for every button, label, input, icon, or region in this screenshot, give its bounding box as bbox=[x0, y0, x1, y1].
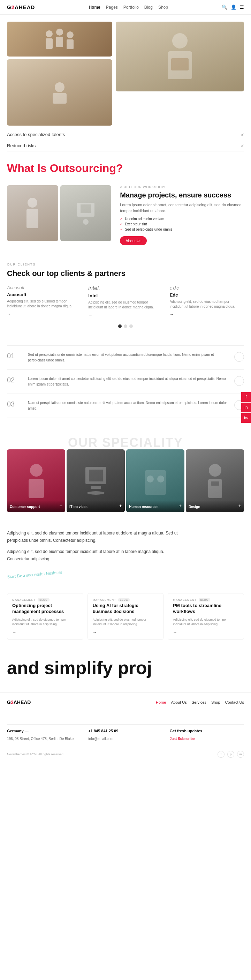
outsourcing-highlight: Outsourcing bbox=[50, 162, 116, 175]
footer-address-label: Germany — bbox=[7, 728, 81, 734]
card-plus-2[interactable]: + bbox=[119, 503, 122, 509]
svg-point-4 bbox=[67, 32, 73, 38]
card-it-services: IT services + bbox=[67, 449, 125, 512]
number-text-1: Sed ut perspiciatis unde omnis iste natu… bbox=[28, 352, 227, 363]
hero-features: Access to specialized talents ↙ Reduced … bbox=[0, 126, 251, 151]
client-arrow-accusoft[interactable]: → bbox=[7, 312, 81, 317]
card-label-3: Human resources + bbox=[126, 500, 184, 512]
menu-icon[interactable]: ☰ bbox=[240, 5, 244, 10]
feature-talents-label: Access to specialized talents bbox=[7, 132, 65, 137]
search-icon[interactable]: 🔍 bbox=[222, 5, 227, 10]
outsourcing-heading: What Is Outsourcing? bbox=[7, 162, 244, 175]
sidebar-btn-3[interactable]: tw bbox=[241, 413, 251, 423]
footer-newsletter-col: Get fresh updates Just Subscribe bbox=[170, 728, 244, 742]
client-name-intel: Intel bbox=[88, 293, 162, 298]
card-plus-3[interactable]: + bbox=[179, 503, 182, 509]
clients-section: OUR CLIENTS Check our top clients & part… bbox=[0, 252, 251, 335]
sidebar-icon-2: in bbox=[245, 405, 248, 410]
footer-phone: +1 845 841 25 09 bbox=[88, 728, 162, 734]
svg-rect-7 bbox=[52, 93, 67, 103]
manage-label: ABOUT OUR WORKSHOPS bbox=[120, 185, 244, 189]
footer-nav-about[interactable]: About Us bbox=[171, 700, 186, 705]
sidebar-icon-3: tw bbox=[244, 415, 248, 420]
client-intel: intel. Intel Adipiscing elit, sed do eiu… bbox=[88, 285, 162, 318]
footer-nav-home[interactable]: Home bbox=[156, 700, 166, 705]
pagination-dot-1[interactable] bbox=[118, 325, 122, 328]
card-plus-4[interactable]: + bbox=[238, 503, 241, 509]
mgmt-desc-3: Adipiscing elit, sed do eiusmod tempor i… bbox=[173, 617, 239, 627]
logo[interactable]: G2AHEAD bbox=[7, 4, 35, 10]
nav-portfolio[interactable]: Portfolio bbox=[123, 5, 139, 10]
footer-nav-shop[interactable]: Shop bbox=[211, 700, 220, 705]
svg-rect-15 bbox=[81, 204, 91, 213]
footer-address: 196, 08 Street, Office 478, Berlin, De B… bbox=[7, 736, 81, 742]
svg-point-11 bbox=[27, 198, 37, 208]
hero-section bbox=[0, 15, 251, 126]
speciality-grid: Customer support + IT services + bbox=[0, 432, 251, 512]
nav-home[interactable]: Home bbox=[89, 5, 100, 10]
client-edc: edc Edc Adipiscing elit, sed do eiusmod … bbox=[170, 285, 244, 318]
client-arrow-edc[interactable]: → bbox=[170, 312, 244, 317]
svg-point-16 bbox=[30, 464, 43, 477]
footer-newsletter-cta[interactable]: Just Subscribe bbox=[170, 737, 195, 741]
footer-newsletter-label: Get fresh updates bbox=[170, 728, 244, 734]
nav-pages[interactable]: Pages bbox=[106, 5, 118, 10]
footer-nav-contact[interactable]: Contact Us bbox=[225, 700, 244, 705]
feature-talents-arrow: ↙ bbox=[241, 132, 244, 137]
nav-blog[interactable]: Blog bbox=[145, 5, 153, 10]
sidebar-btn-1[interactable]: f bbox=[241, 392, 251, 402]
nav-shop[interactable]: Shop bbox=[158, 5, 168, 10]
manage-img-person bbox=[7, 185, 58, 241]
client-desc-accusoft: Adipiscing elit, sed do eiusmod tempor i… bbox=[7, 299, 81, 309]
about-us-button[interactable]: About Us bbox=[120, 236, 147, 245]
footer-email: info@email.com bbox=[88, 736, 162, 742]
social-facebook[interactable]: f bbox=[218, 751, 224, 758]
client-arrow-intel[interactable]: → bbox=[88, 313, 162, 318]
number-circle-2[interactable] bbox=[234, 376, 244, 386]
svg-rect-10 bbox=[171, 58, 189, 70]
manage-heading: Manage projects, ensure success bbox=[120, 191, 244, 199]
footer-nav-links: Home About Us Services Shop Contact Us bbox=[156, 700, 244, 705]
card-label-2: IT services + bbox=[67, 500, 125, 512]
number-circle-1[interactable] bbox=[234, 352, 244, 362]
sidebar-icon-1: f bbox=[245, 395, 246, 399]
checklist-item-2: Excepteur sint bbox=[120, 221, 244, 227]
social-pinterest[interactable]: p bbox=[227, 751, 234, 758]
footer-address-col: Germany — 196, 08 Street, Office 478, Be… bbox=[7, 728, 81, 742]
mgmt-arrow-1[interactable]: → bbox=[12, 630, 78, 635]
social-instagram[interactable]: in bbox=[237, 751, 244, 758]
footer-nav-services[interactable]: Services bbox=[192, 700, 207, 705]
footer-phone-col: +1 845 841 25 09 info@email.com bbox=[88, 728, 162, 742]
about-para-2: Adipiscing elit, sed do eiusmod tempor i… bbox=[7, 548, 181, 562]
logo-highlight: 2 bbox=[11, 4, 14, 10]
management-section: MANAGEMENT BLOG Optimizing project manag… bbox=[0, 586, 251, 647]
svg-rect-20 bbox=[91, 486, 101, 489]
number-item-3: 03 Nam ut perspiciatis unde omnis iste n… bbox=[7, 393, 244, 418]
pagination-dot-2[interactable] bbox=[124, 325, 127, 328]
mgmt-card-2: MANAGEMENT BLOG Using AI for strategic b… bbox=[87, 593, 164, 640]
nav-links: Home Pages Portfolio Blog Shop bbox=[89, 5, 168, 10]
about-para-1: Adipiscing elit, sed do eiusmod tempor i… bbox=[7, 530, 181, 544]
client-logo-accusoft: Accusoft bbox=[7, 285, 81, 290]
client-name-accusoft: Accusoft bbox=[7, 292, 81, 297]
card-plus-1[interactable]: + bbox=[60, 503, 62, 509]
user-icon[interactable]: 👤 bbox=[231, 5, 237, 10]
footer-social: f p in bbox=[218, 751, 244, 758]
sidebar-btn-2[interactable]: in bbox=[241, 402, 251, 412]
manage-body: Lorem ipsum dolor sit amet, consectetur … bbox=[120, 202, 244, 213]
svg-rect-12 bbox=[27, 209, 38, 228]
mgmt-card-1: MANAGEMENT BLOG Optimizing project manag… bbox=[7, 593, 83, 640]
tagline-section: and simplify proj bbox=[0, 647, 251, 692]
card-label-4: Design + bbox=[186, 500, 244, 512]
number-item-2: 02 Lorem ipsum dolor sit amet consectetu… bbox=[7, 369, 244, 393]
nav-actions: 🔍 👤 ☰ bbox=[222, 5, 244, 10]
mgmt-arrow-2[interactable]: → bbox=[93, 630, 159, 635]
number-1: 01 bbox=[7, 352, 21, 360]
number-item-1: 01 Sed ut perspiciatis unde omnis iste n… bbox=[7, 345, 244, 369]
svg-point-23 bbox=[147, 476, 154, 482]
mgmt-arrow-3[interactable]: → bbox=[173, 630, 239, 635]
numbers-section: 01 Sed ut perspiciatis unde omnis iste n… bbox=[0, 335, 251, 428]
svg-rect-27 bbox=[211, 482, 219, 486]
pagination-dot-3[interactable] bbox=[129, 325, 133, 328]
client-accusoft: Accusoft Accusoft Adipiscing elit, sed d… bbox=[7, 285, 81, 318]
